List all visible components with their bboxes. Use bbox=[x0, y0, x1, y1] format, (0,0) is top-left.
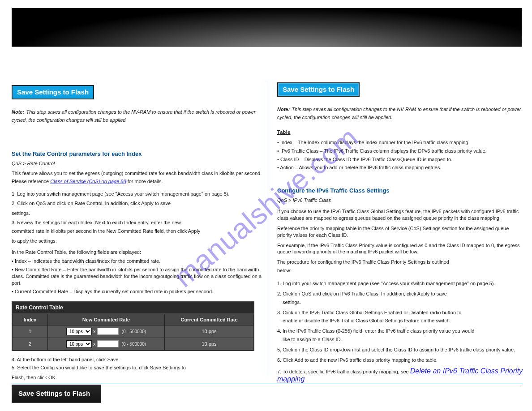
rb0t: Index – The Index column displays the in… bbox=[280, 140, 470, 145]
breadcrumb: QoS > Rate Control bbox=[12, 161, 55, 166]
rstep1t: Log into your switch management page (se… bbox=[283, 281, 495, 286]
top-banner bbox=[12, 8, 522, 47]
note-label: Note: bbox=[12, 109, 24, 115]
rstep3at: Click on the IPv6 Traffic Class Global S… bbox=[283, 310, 461, 315]
bullet-index: • Index – Indicates the bandwidth class/… bbox=[12, 258, 262, 265]
note-body-r: This step saves all configuration change… bbox=[277, 107, 521, 120]
rpara2: Reference the priority mapping table in … bbox=[277, 225, 525, 239]
footer-left: © Copyright TRENDnet. All Rights Reserve… bbox=[12, 387, 101, 392]
save-settings-flash-button-top-left[interactable]: Save Settings to Flash bbox=[12, 85, 94, 99]
rstep6: 6. Click Add to add the new IPv6 traffic… bbox=[277, 357, 525, 364]
section-heading-rate-control: Set the Rate Control parameters for each… bbox=[12, 150, 262, 157]
step2line2: settings. bbox=[12, 210, 30, 216]
step2line1: 2. Click on QoS and click on Rate Contro… bbox=[12, 200, 262, 207]
mapping-table-heading: Table bbox=[277, 129, 525, 136]
rstep3b: enable or disable the IPv6 Traffic Class… bbox=[283, 317, 525, 324]
r-b0: • Index – The Index column displays the … bbox=[277, 139, 525, 146]
range-note-1: (0 - 500000) bbox=[122, 329, 146, 334]
note-label-r: Note: bbox=[277, 107, 290, 112]
rstep7: 7. To delete a specific IPv6 traffic cla… bbox=[277, 369, 410, 374]
bullet-current-committed: • Current Committed Rate – Displays the … bbox=[12, 288, 262, 295]
footer-rule bbox=[12, 384, 522, 384]
cell-index-1: 1 bbox=[13, 325, 48, 338]
step1: 1. Log into your switch management page … bbox=[12, 191, 230, 197]
footer: © Copyright TRENDnet. All Rights Reserve… bbox=[12, 387, 522, 392]
rstep6t: Click Add to add the new IPv6 traffic cl… bbox=[283, 357, 438, 363]
rate-control-table: Index New Commited Rate Current Committe… bbox=[12, 314, 254, 351]
col-index: Index bbox=[13, 314, 48, 325]
mult-sign: x bbox=[93, 341, 97, 347]
bullet-new-committed: • New Committed Rate – Enter the bandwid… bbox=[12, 266, 262, 287]
rstep3a: 3. Click on the IPv6 Traffic Class Globa… bbox=[277, 309, 525, 316]
mult-sign: x bbox=[93, 329, 97, 334]
table-row: 1 10 pps x (0 - 500000) 10 pps bbox=[13, 325, 254, 338]
range-note-2: (0 - 500000) bbox=[122, 342, 146, 347]
right-panel: Save Settings to Flash Note: This step s… bbox=[277, 49, 525, 383]
step4b: 5. Select the Config you would like to s… bbox=[12, 364, 262, 371]
step3a: 3. Review the settings for each Index. N… bbox=[12, 219, 262, 226]
rstep5: 5. Click on the Class ID drop-down list … bbox=[277, 347, 525, 353]
rstep2a: 2. Click on QoS and click on IPv6 Traffi… bbox=[277, 291, 525, 297]
bullet-new-text: New Committed Rate – Enter the bandwidth… bbox=[12, 267, 262, 286]
rpara3: For example, if the IPv6 Traffic Class P… bbox=[277, 242, 525, 256]
rb3t: Action – Allows you to add or delete the… bbox=[280, 165, 441, 170]
rstep4a: 4. In the IPv6 Traffic Class (0-255) fie… bbox=[277, 328, 525, 334]
rb1t: IPv6 Traffic Class – The IPv6 Traffic Cl… bbox=[280, 148, 487, 154]
rb2t: Class ID – Displays the Class ID the IPv… bbox=[280, 157, 452, 162]
step3c: to apply the settings. bbox=[12, 238, 57, 244]
r-b2: • Class ID – Displays the Class ID the I… bbox=[277, 156, 525, 163]
r-b1: • IPv6 Traffic Class – The IPv6 Traffic … bbox=[277, 148, 525, 154]
rpara4a: The procedure for configuring the IPv6 T… bbox=[277, 259, 525, 265]
rpara4b: below: bbox=[277, 267, 525, 274]
rstep5t: Click on the Class ID drop-down list and… bbox=[283, 347, 515, 352]
left-panel: Save Settings to Flash Note: This step s… bbox=[12, 49, 262, 403]
input-multiplier-2[interactable] bbox=[97, 340, 119, 347]
note-body: This step saves all configuration change… bbox=[12, 109, 256, 123]
rstep2b: settings. bbox=[283, 299, 525, 306]
step3b: committed rate in kilobits per second in… bbox=[12, 228, 262, 235]
bullet-index-text: Index – Indicates the bandwidth class/in… bbox=[15, 258, 160, 264]
para1-suffix: for more details. bbox=[126, 179, 163, 184]
rate-control-title: Rate Control Table bbox=[12, 302, 254, 314]
col-current-rate: Current Committed Rate bbox=[165, 314, 254, 325]
select-rate-2[interactable]: 10 pps bbox=[66, 340, 92, 348]
link-cos[interactable]: Class of Service (CoS) on page 88 bbox=[50, 179, 126, 184]
rstep4b: like to assign to a Class ID. bbox=[283, 336, 525, 343]
rate-control-card: Rate Control Table Index New Commited Ra… bbox=[12, 301, 254, 351]
step4c: Flash, then click OK. bbox=[12, 375, 57, 380]
rstep1: 1. Log into your switch management page … bbox=[277, 280, 525, 287]
rstep4at: In the IPv6 Traffic Class (0-255) field,… bbox=[283, 328, 474, 334]
column-separator bbox=[267, 81, 267, 376]
cell-current-2: 10 pps bbox=[165, 338, 254, 350]
table-row: 2 10 pps x (0 - 500000) 10 pps bbox=[13, 338, 254, 350]
bullet-current-text: Current Committed Rate – Displays the cu… bbox=[15, 289, 213, 294]
step4a: 4. At the bottom of the left hand panel,… bbox=[12, 356, 262, 363]
rstep2at: Click on QoS and click on IPv6 Traffic C… bbox=[283, 291, 447, 296]
breadcrumb-r: QoS > IPv6 Traffic Class bbox=[277, 197, 331, 203]
r-b3: • Action – Allows you to add or delete t… bbox=[277, 164, 525, 171]
rstep7t: To delete a specific IPv6 traffic class … bbox=[283, 369, 410, 374]
rpara1: If you choose to use the IPv6 Traffic Cl… bbox=[277, 208, 525, 222]
cell-current-1: 10 pps bbox=[165, 325, 254, 338]
input-multiplier-1[interactable] bbox=[97, 328, 119, 335]
save-settings-flash-button-top-right[interactable]: Save Settings to Flash bbox=[277, 82, 360, 97]
cell-index-2: 2 bbox=[13, 338, 48, 350]
col-new-rate: New Commited Rate bbox=[48, 314, 165, 325]
table-intro: In the Rate Control Table, the following… bbox=[12, 249, 262, 256]
section-heading-ipv6: Configure the IPv6 Traffic Class Setting… bbox=[277, 187, 525, 194]
select-rate-1[interactable]: 10 pps bbox=[66, 328, 92, 335]
